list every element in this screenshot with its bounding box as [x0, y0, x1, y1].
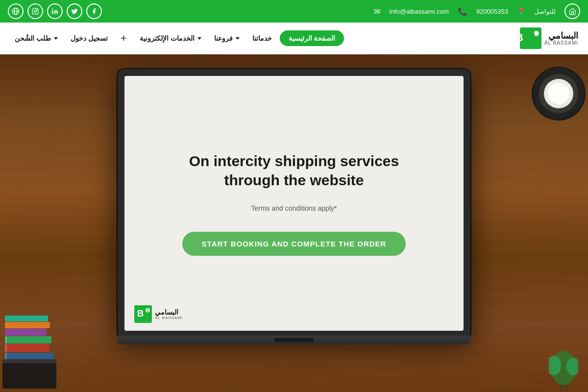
facebook-icon[interactable]: [86, 3, 102, 19]
screen-content: On intercity shipping services through t…: [163, 132, 426, 275]
contact-label: للتواصل: [534, 8, 556, 15]
twitter-icon[interactable]: [67, 3, 82, 19]
svg-rect-18: [5, 344, 7, 352]
nav-item-services[interactable]: خدماتنا: [247, 31, 277, 45]
svg-rect-19: [5, 336, 7, 343]
phone-icon: 📞: [458, 7, 467, 16]
home-icon-top[interactable]: [564, 3, 580, 19]
laptop-base: [118, 336, 470, 344]
laptop-body: On intercity shipping services through t…: [118, 69, 470, 336]
svg-text:B: B: [520, 31, 523, 44]
nav-logo: البسامي AL BASSAMI B 8: [520, 27, 578, 49]
svg-rect-13: [5, 336, 51, 343]
phone-number: 920005353: [476, 8, 508, 15]
logo-icon: B 8: [520, 27, 541, 49]
top-bar-left: [8, 3, 102, 19]
svg-point-6: [52, 8, 53, 9]
svg-text:B: B: [137, 308, 144, 318]
svg-rect-3: [32, 8, 38, 14]
laptop: On intercity shipping services through t…: [118, 69, 470, 344]
plant-decoration: [549, 341, 578, 392]
nav-item-plus[interactable]: +: [116, 29, 132, 48]
email-address: Info@albassami.com: [389, 8, 449, 15]
svg-text:8: 8: [147, 308, 148, 313]
svg-rect-16: [5, 316, 48, 321]
nav-bar: البسامي AL BASSAMI B 8 الصفحة الرئيسية خ…: [0, 23, 588, 54]
nav-item-shipping[interactable]: طلب الشُحن: [10, 31, 63, 45]
laptop-screen: On intercity shipping services through t…: [124, 76, 464, 331]
top-bar-right: للتواصل 📍 920005353 📞 Info@albassami.com…: [374, 3, 580, 19]
dropdown-arrow: [197, 37, 201, 40]
svg-point-5: [37, 9, 37, 10]
nav-links: الصفحة الرئيسية خدماتنا فروعنا الخدمات ا…: [10, 29, 344, 48]
svg-point-4: [34, 10, 37, 13]
dropdown-arrow: [54, 37, 58, 40]
logo-english: AL BASSAMI: [544, 40, 578, 46]
svg-rect-12: [5, 344, 49, 352]
screen-logo-text: البسامي AL BASSAMI: [155, 309, 183, 320]
lamp-decoration: [490, 54, 588, 201]
main-content: On intercity shipping services through t…: [0, 54, 588, 392]
svg-point-27: [539, 74, 578, 113]
svg-rect-21: [2, 359, 56, 363]
map-pin-icon: 📍: [517, 7, 525, 15]
instagram-icon[interactable]: [27, 3, 43, 19]
screen-logo: B 8 البسامي AL BASSAMI: [134, 305, 183, 323]
svg-rect-20: [2, 362, 56, 389]
email-icon: ✉: [374, 7, 380, 16]
laptop-hinge: [274, 338, 314, 342]
start-booking-button[interactable]: START BOOKING AND COMPLETE THE ORDER: [182, 232, 406, 256]
nav-item-login[interactable]: تسجيل دخول: [66, 31, 113, 45]
home-page-button[interactable]: الصفحة الرئيسية: [280, 30, 344, 46]
linkedin-icon[interactable]: [47, 3, 63, 19]
nav-item-eservices[interactable]: الخدمات الإلكترونية: [135, 31, 206, 45]
top-bar: للتواصل 📍 920005353 📞 Info@albassami.com…: [0, 0, 588, 23]
nav-item-branches[interactable]: فروعنا: [209, 31, 245, 45]
globe-icon[interactable]: [8, 3, 24, 19]
dropdown-arrow: [236, 37, 240, 40]
logo-text-block: البسامي AL BASSAMI: [544, 31, 578, 46]
svg-rect-14: [5, 329, 47, 336]
terms-text: Terms and conditions apply*: [251, 204, 337, 212]
screen-logo-icon: B 8: [134, 305, 152, 323]
screen-heading: On intercity shipping services through t…: [189, 151, 399, 190]
svg-rect-15: [5, 322, 50, 328]
books-decoration: [0, 294, 69, 392]
logo-arabic: البسامي: [544, 31, 578, 40]
svg-text:8: 8: [533, 31, 535, 36]
